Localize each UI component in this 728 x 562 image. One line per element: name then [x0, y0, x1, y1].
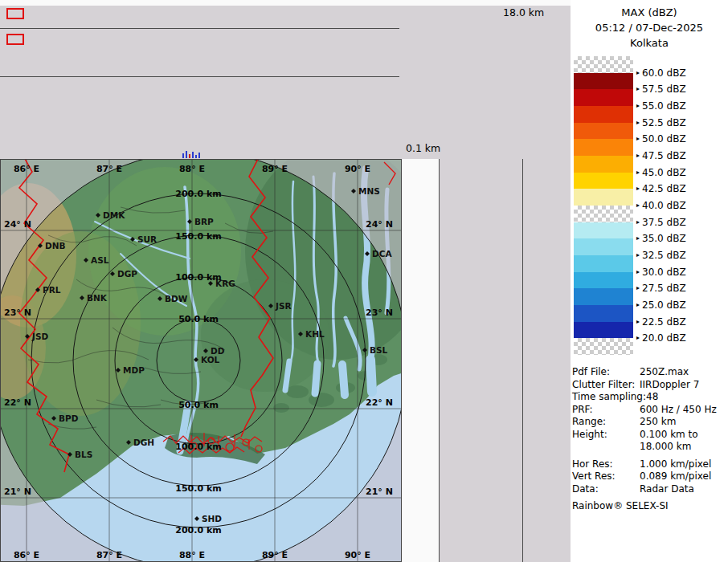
latitude-label: 21° N [366, 487, 393, 497]
city-label: KHL [305, 329, 325, 339]
product-title: MAX (dBZ) [571, 5, 728, 20]
longitude-label: 88° E [179, 164, 205, 174]
longitude-label: 86° E [14, 164, 39, 174]
city-label: BSL [370, 345, 388, 355]
scale-value-label: 45.0 dBZ [642, 167, 686, 178]
echo-tick-marks [182, 149, 200, 158]
scale-label-row: ▸55.0 dBZ [636, 100, 686, 112]
tick-mark [189, 154, 190, 158]
tick-mark [186, 151, 187, 158]
height-gridline-lower [0, 76, 399, 77]
city-label: DGH [133, 438, 154, 447]
scale-tick-arrow-icon: ▸ [636, 285, 640, 291]
city-label: BNK [87, 293, 108, 303]
meta-label: Data: [572, 483, 599, 495]
scale-value-label: 22.5 dBZ [642, 316, 686, 328]
longitude-label: 90° E [345, 164, 370, 174]
scale-value-label: 47.5 dBZ [642, 150, 686, 161]
scale-tick-arrow-icon: ▸ [636, 269, 640, 275]
scale-tick-arrow-icon: ▸ [636, 153, 640, 159]
latitude-label: 22° N [366, 397, 393, 408]
range-ring-label: 200.0 km [175, 189, 221, 199]
meta-row: Range:250 km [572, 416, 726, 429]
meta-row: Clutter Filter:IIRDoppler 7 [572, 379, 726, 392]
scale-tick-arrow-icon: ▸ [636, 335, 640, 341]
scale-value-label: 27.5 dBZ [642, 283, 686, 294]
side-panel-margin [402, 159, 439, 562]
range-ring-label: 50.0 km [178, 314, 219, 324]
city-label: BLS [75, 450, 92, 459]
city-label: BDW [165, 294, 188, 303]
color-scale-labels: ▸60.0 dBZ▸57.5 dBZ▸55.0 dBZ▸52.5 dBZ▸50.… [572, 56, 726, 361]
scale-value-label: 37.5 dBZ [642, 217, 686, 228]
scale-value-label: 35.0 dBZ [642, 233, 686, 244]
city-label: DMK [103, 210, 125, 220]
scale-tick-arrow-icon: ▸ [636, 136, 640, 142]
product-datetime: 05:12 / 07-Dec-2025 [571, 20, 728, 35]
range-ring-label: 150.0 km [175, 231, 221, 242]
meta-label: Hor Res: [572, 458, 613, 470]
scale-tick-arrow-icon: ▸ [636, 219, 640, 226]
scale-tick-arrow-icon: ▸ [636, 185, 640, 192]
city-label: JSR [275, 301, 292, 311]
scale-tick-arrow-icon: ▸ [636, 202, 640, 209]
city-label: SUR [137, 234, 157, 244]
meta-row: Height:0.100 km to [572, 429, 726, 442]
city-label: JSD [31, 332, 48, 341]
radar-station-name: Kolkata [571, 35, 728, 51]
scale-label-row: ▸42.5 dBZ [636, 183, 686, 194]
meta-row: Time sampling:48 [572, 391, 726, 404]
meta-row: Hor Res:1.000 km/pixel [572, 458, 726, 471]
longitude-label: 89° E [262, 550, 288, 560]
meta-value: IIRDoppler 7 [640, 379, 699, 390]
side-scale-max-label: 18.0 km [503, 6, 544, 18]
meta-row: PRF:600 Hz / 450 Hz [572, 404, 726, 417]
meta-label: Rainbow® SELEX-SI [572, 500, 669, 511]
meta-row: 18.000 km [572, 441, 726, 454]
scale-tick-arrow-icon: ▸ [636, 120, 640, 126]
tick-mark [192, 152, 194, 158]
city-label: KOL [201, 355, 220, 364]
meta-label: Pdf File: [572, 366, 610, 377]
range-ring-label: 200.0 km [175, 525, 221, 536]
meta-value: Radar Data [640, 483, 694, 495]
scale-label-row: ▸45.0 dBZ [636, 167, 686, 178]
meta-value: 0.089 km/pixel [640, 470, 711, 482]
scale-label-row: ▸20.0 dBZ [636, 332, 686, 344]
scale-tick-arrow-icon: ▸ [636, 319, 640, 325]
meta-row: Rainbow® SELEX-SI [572, 500, 726, 513]
longitude-label: 87° E [96, 164, 122, 174]
tick-mark [198, 153, 200, 158]
height-gridline-max [522, 159, 523, 562]
meta-label: Height: [572, 429, 607, 440]
city-label: DGP [117, 269, 137, 279]
latitude-label: 23° N [366, 307, 393, 318]
meta-row: Pdf File:250Z.max [572, 366, 726, 379]
city-label: MNS [358, 186, 380, 196]
scale-value-label: 30.0 dBZ [642, 267, 686, 278]
legend-panel: MAX (dBZ) 05:12 / 07-Dec-2025 Kolkata ▸6… [571, 0, 728, 562]
latitude-label: 21° N [4, 487, 31, 497]
tick-mark [195, 155, 197, 158]
meta-value: 18.000 km [640, 441, 691, 452]
meta-label: Vert Res: [572, 470, 616, 482]
meta-row: Data:Radar Data [572, 483, 726, 496]
longitude-label: 87° E [96, 550, 122, 560]
scale-value-label: 32.5 dBZ [642, 250, 686, 261]
latitude-label: 24° N [4, 219, 31, 230]
meta-label: Time sampling:48 [572, 391, 658, 402]
city-label: BRP [194, 217, 214, 226]
city-label: MDP [123, 365, 145, 375]
height-gridline-upper [0, 28, 399, 29]
color-scale: ▸60.0 dBZ▸57.5 dBZ▸55.0 dBZ▸52.5 dBZ▸50.… [572, 56, 726, 361]
latitude-label: 24° N [366, 219, 393, 230]
radar-display-window: 18.0 km 0.1 km [0, 0, 728, 562]
longitude-label: 90° E [345, 550, 370, 560]
meta-label: PRF: [572, 404, 593, 415]
scale-tick-arrow-icon: ▸ [636, 103, 640, 109]
flag-box-2 [6, 34, 24, 45]
product-metadata: Pdf File:250Z.maxClutter Filter:IIRDoppl… [572, 366, 726, 513]
scale-value-label: 55.0 dBZ [642, 100, 686, 112]
scale-value-label: 20.0 dBZ [642, 332, 686, 344]
city-label: ASL [91, 255, 109, 265]
